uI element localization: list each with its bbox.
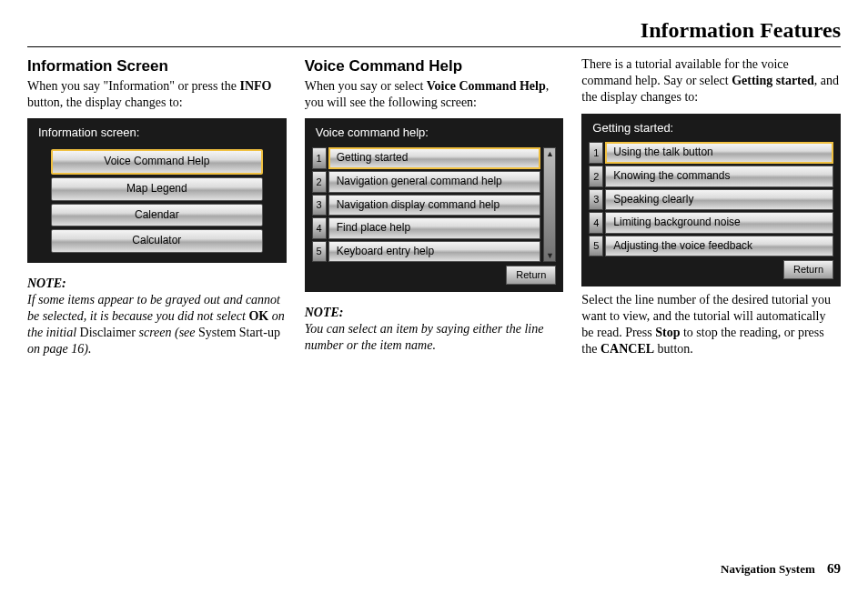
list-row-1: 1 Getting started (312, 146, 541, 170)
return-button[interactable]: Return (506, 266, 556, 284)
list-row-3: 3 Speaking clearly (589, 188, 833, 212)
note-label: NOTE: (305, 305, 564, 321)
return-button[interactable]: Return (783, 260, 833, 278)
row-number: 4 (312, 217, 327, 239)
list-wrap: 1 Getting started 2 Navigation general c… (312, 146, 557, 263)
row-number: 3 (312, 195, 327, 216)
text: button, the display changes to: (27, 95, 183, 109)
ok-bold: OK (248, 309, 268, 323)
row-number: 4 (589, 212, 603, 234)
stop-bold: Stop (655, 326, 680, 339)
footer-label: Navigation System (721, 562, 815, 576)
item-limiting-noise[interactable]: Limiting background noise (605, 212, 833, 234)
btn-calendar[interactable]: Calendar (51, 204, 263, 227)
row-number: 5 (589, 236, 603, 257)
return-row: Return (312, 266, 557, 284)
scroll-down-icon[interactable]: ▼ (546, 250, 554, 261)
return-row: Return (589, 260, 833, 278)
page-title: Information Features (27, 18, 841, 47)
getting-started-bold: Getting started (732, 74, 814, 87)
page-number: 69 (827, 561, 841, 576)
col2-intro: When you say or select Voice Command Hel… (305, 78, 564, 111)
text: When you say "Information" or press the (27, 79, 239, 93)
btn-map-legend[interactable]: Map Legend (51, 177, 263, 201)
col3-intro: There is a tutorial available for the vo… (581, 56, 841, 106)
disclaimer-text: Disclaimer (80, 326, 136, 339)
row-number: 1 (312, 147, 327, 169)
list-row-1: 1 Using the talk button (589, 141, 833, 165)
text: If some items appear to be grayed out an… (27, 293, 280, 323)
note-label: NOTE: (27, 276, 287, 292)
note-body: You can select an item by saying either … (305, 321, 564, 354)
screen-title: Voice command help: (312, 124, 557, 146)
btn-voice-command-help[interactable]: Voice Command Help (51, 149, 263, 175)
item-getting-started[interactable]: Getting started (328, 147, 541, 169)
voice-command-help-screen-image: Voice command help: 1 Getting started 2 … (305, 118, 564, 291)
item-keyboard-entry[interactable]: Keyboard entry help (328, 241, 541, 263)
row-number: 2 (312, 171, 327, 193)
text: When you say or select (305, 79, 427, 93)
item-adjusting-feedback[interactable]: Adjusting the voice feedback (605, 236, 833, 257)
note-body: If some items appear to be grayed out an… (27, 292, 287, 358)
item-using-talk-button[interactable]: Using the talk button (605, 142, 833, 164)
text: screen (see (136, 326, 198, 339)
row-number: 1 (589, 142, 603, 164)
list-row-5: 5 Adjusting the voice feedback (589, 235, 833, 258)
list-row-3: 3 Navigation display command help (312, 194, 541, 217)
text: on page 16). (27, 342, 91, 356)
screen-title: Information screen: (35, 124, 279, 146)
vch-bold: Voice Command Help (427, 79, 546, 93)
col3-after: Select the line number of the desired tu… (581, 292, 841, 358)
item-nav-general[interactable]: Navigation general command help (328, 171, 541, 193)
page-footer: Navigation System 69 (721, 561, 841, 577)
cancel-bold: CANCEL (601, 342, 654, 356)
list-row-2: 2 Navigation general command help (312, 170, 541, 194)
heading-voice-command-help: Voice Command Help (305, 56, 564, 76)
list-col: 1 Using the talk button 2 Knowing the co… (589, 141, 833, 257)
row-number: 5 (312, 241, 327, 263)
row-number: 2 (589, 166, 603, 187)
content-columns: Information Screen When you say "Informa… (27, 56, 841, 366)
scroll-up-icon[interactable]: ▲ (546, 148, 554, 159)
item-find-place[interactable]: Find place help (328, 217, 541, 239)
startup-text: System Start-up (198, 326, 280, 339)
item-knowing-commands[interactable]: Knowing the commands (605, 166, 833, 187)
list-row-4: 4 Find place help (312, 216, 541, 240)
getting-started-screen-image: Getting started: 1 Using the talk button… (581, 114, 841, 286)
info-bold: INFO (239, 79, 271, 93)
item-nav-display[interactable]: Navigation display command help (328, 195, 541, 216)
col1-intro: When you say "Information" or press the … (27, 78, 287, 111)
btn-calculator[interactable]: Calculator (51, 229, 263, 253)
list-col: 1 Getting started 2 Navigation general c… (312, 146, 541, 263)
list-row-5: 5 Keyboard entry help (312, 240, 541, 264)
list-row-4: 4 Limiting background noise (589, 211, 833, 235)
column-2: Voice Command Help When you say or selec… (305, 56, 564, 366)
screen-title: Getting started: (589, 119, 833, 142)
text: button. (654, 342, 693, 356)
heading-information-screen: Information Screen (27, 56, 287, 76)
information-screen-image: Information screen: Voice Command Help M… (27, 118, 287, 262)
scrollbar[interactable]: ▲ ▼ (543, 147, 556, 262)
column-3: There is a tutorial available for the vo… (581, 56, 841, 366)
item-speaking-clearly[interactable]: Speaking clearly (605, 189, 833, 211)
list-row-2: 2 Knowing the commands (589, 165, 833, 188)
row-number: 3 (589, 189, 603, 211)
column-1: Information Screen When you say "Informa… (27, 56, 287, 366)
